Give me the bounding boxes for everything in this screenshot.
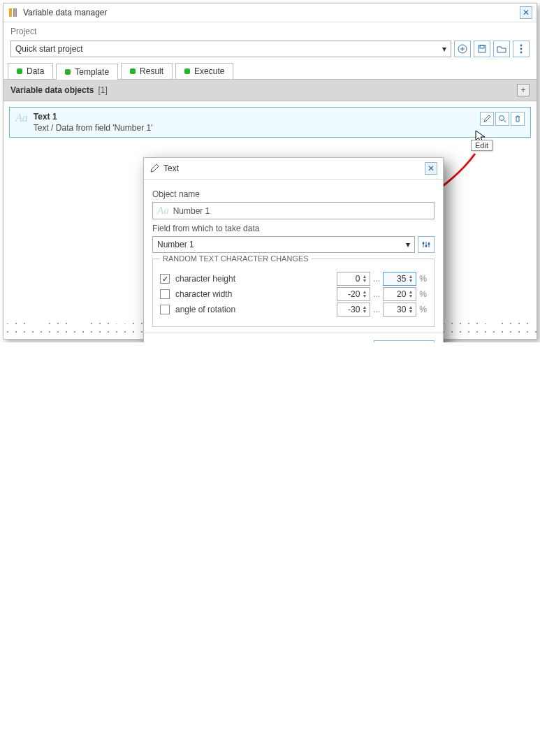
svg-point-6 — [520, 45, 523, 47]
param-to-input[interactable]: 35▲▼ — [383, 272, 416, 286]
window-title: Variable data manager — [23, 8, 520, 17]
svg-point-12 — [428, 243, 430, 245]
param-checkbox[interactable] — [160, 305, 170, 314]
dialog-close-button[interactable]: ✕ — [425, 162, 437, 175]
svg-point-10 — [423, 242, 425, 245]
object-name-input[interactable] — [173, 206, 430, 216]
svg-rect-1 — [13, 8, 15, 17]
project-value: Quick start project — [15, 44, 83, 54]
param-label: angle of rotation — [175, 305, 337, 314]
svg-rect-2 — [15, 8, 17, 17]
more-menu-button[interactable] — [513, 41, 530, 57]
vdo-header: Variable data objects [1] + — [3, 80, 537, 101]
new-project-button[interactable] — [454, 41, 471, 57]
text-type-icon: Aa — [15, 112, 28, 124]
text-type-icon: Aa — [157, 205, 169, 217]
param-from-input[interactable]: -30▲▼ — [337, 303, 370, 317]
field-select[interactable]: Number 1 ▾ — [152, 236, 415, 253]
param-label: character width — [175, 289, 337, 299]
param-label: character height — [175, 274, 337, 284]
tab-data[interactable]: Data — [8, 63, 53, 79]
project-select[interactable]: Quick start project ▾ — [10, 41, 451, 57]
window-titlebar: Variable data manager ✕ — [3, 3, 537, 22]
preview-button[interactable] — [495, 112, 509, 126]
object-item[interactable]: Aa Text 1 Text / Data from field 'Number… — [9, 107, 531, 138]
save-button[interactable]: Save — [374, 340, 435, 342]
save-project-button[interactable] — [474, 41, 490, 57]
svg-point-9 — [499, 116, 504, 121]
close-button[interactable]: ✕ — [520, 6, 532, 19]
open-project-button[interactable] — [493, 41, 510, 57]
tab-template[interactable]: Template — [56, 64, 118, 80]
svg-point-11 — [425, 245, 428, 247]
dialog-title: Text — [163, 163, 421, 173]
pencil-icon — [149, 163, 159, 173]
delete-button[interactable] — [511, 112, 525, 126]
svg-point-7 — [520, 48, 523, 50]
tab-bar: Data Template Result Execute — [3, 63, 537, 80]
vdo-count: [1] — [98, 85, 107, 95]
app-icon — [8, 7, 19, 18]
object-name-label: Object name — [152, 189, 435, 199]
edit-button[interactable] — [480, 112, 494, 126]
object-subtitle: Text / Data from field 'Number 1' — [34, 123, 480, 133]
project-section: Project — [3, 22, 537, 41]
chevron-down-icon: ▾ — [406, 240, 410, 249]
add-object-button[interactable]: + — [517, 84, 530, 96]
field-label: Field from which to take data — [152, 224, 435, 233]
param-checkbox[interactable] — [160, 274, 170, 284]
status-dot — [17, 68, 22, 74]
param-checkbox[interactable] — [160, 289, 170, 299]
vdo-title: Variable data objects — [10, 85, 94, 95]
field-settings-button[interactable] — [418, 236, 435, 253]
param-to-input[interactable]: 20▲▼ — [383, 287, 416, 301]
svg-rect-0 — [9, 8, 12, 17]
fieldset-legend: RANDOM TEXT CHARACTER CHANGES — [160, 254, 312, 263]
edit-tooltip: Edit — [471, 140, 492, 151]
edit-dialog: Text ✕ Object name Aa Field from which t… — [143, 157, 444, 342]
object-name-input-wrap[interactable]: Aa — [152, 202, 435, 219]
tab-result[interactable]: Result — [121, 63, 173, 79]
status-dot — [184, 68, 190, 74]
project-label: Project — [10, 27, 530, 36]
param-from-input[interactable]: 0▲▼ — [337, 272, 370, 286]
tab-execute[interactable]: Execute — [175, 63, 233, 79]
status-dot — [130, 68, 136, 74]
status-dot — [65, 69, 71, 75]
svg-point-8 — [520, 52, 523, 54]
object-name: Text 1 — [34, 112, 480, 122]
chevron-down-icon: ▾ — [442, 44, 446, 54]
param-to-input[interactable]: 30▲▼ — [383, 303, 416, 317]
param-from-input[interactable]: -20▲▼ — [337, 287, 370, 301]
random-changes-fieldset: RANDOM TEXT CHARACTER CHANGES character … — [152, 259, 435, 327]
svg-rect-5 — [480, 45, 484, 48]
field-value: Number 1 — [157, 240, 194, 249]
